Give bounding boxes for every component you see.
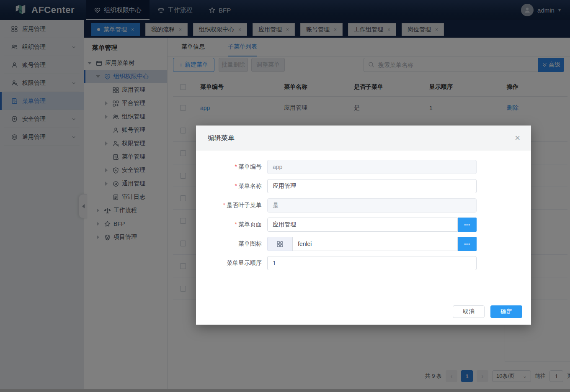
field-label: *菜单名称 — [196, 182, 267, 190]
field-menu-name: *菜单名称 — [196, 179, 531, 193]
menu-page-input-group: ••• — [267, 218, 477, 232]
field-label: 菜单显示顺序 — [196, 259, 267, 267]
menu-icon-picker-button[interactable]: ••• — [458, 237, 477, 251]
menu-name-input[interactable] — [267, 179, 477, 193]
field-menu-code: *菜单编号 — [196, 160, 531, 174]
confirm-button[interactable]: 确定 — [490, 305, 522, 318]
dialog-body: *菜单编号 *菜单名称 *是否叶子菜单 *菜单页面 ••• 菜单图标 — [196, 151, 531, 270]
menu-page-input[interactable] — [267, 218, 458, 232]
close-icon[interactable]: × — [515, 133, 520, 143]
is-leaf-menu-input[interactable] — [267, 198, 477, 213]
menu-icon-preview — [267, 237, 292, 251]
required-mark: * — [235, 182, 237, 189]
cancel-button[interactable]: 取消 — [453, 305, 485, 318]
field-label: *菜单页面 — [196, 221, 267, 228]
menu-icon-input-group: ••• — [267, 237, 477, 251]
field-is-leaf-menu: *是否叶子菜单 — [196, 198, 531, 213]
ellipsis-icon: ••• — [464, 222, 470, 227]
field-label: *是否叶子菜单 — [196, 202, 267, 209]
field-menu-display-order: 菜单显示顺序 — [196, 256, 531, 270]
field-menu-icon: 菜单图标 ••• — [196, 237, 531, 251]
required-mark: * — [235, 221, 237, 228]
required-mark: * — [235, 163, 237, 170]
required-mark: * — [223, 202, 225, 208]
dialog-title: 编辑菜单 — [208, 134, 235, 143]
menu-icon-input[interactable] — [292, 237, 458, 251]
menu-code-input[interactable] — [267, 160, 477, 174]
field-label: 菜单图标 — [196, 240, 267, 248]
dialog-header: 编辑菜单 × — [196, 126, 531, 151]
grid-icon — [276, 241, 284, 248]
afcenter-app: AFCenter 组织权限中心 工作流程 — [0, 0, 570, 392]
field-menu-page: *菜单页面 ••• — [196, 218, 531, 232]
field-label: *菜单编号 — [196, 163, 267, 171]
ellipsis-icon: ••• — [464, 241, 470, 246]
menu-display-order-input[interactable] — [267, 256, 477, 270]
dialog-footer: 取消 确定 — [196, 298, 531, 325]
edit-menu-dialog: 编辑菜单 × *菜单编号 *菜单名称 *是否叶子菜单 *菜单页面 ••• — [196, 126, 531, 325]
menu-page-picker-button[interactable]: ••• — [458, 218, 477, 232]
